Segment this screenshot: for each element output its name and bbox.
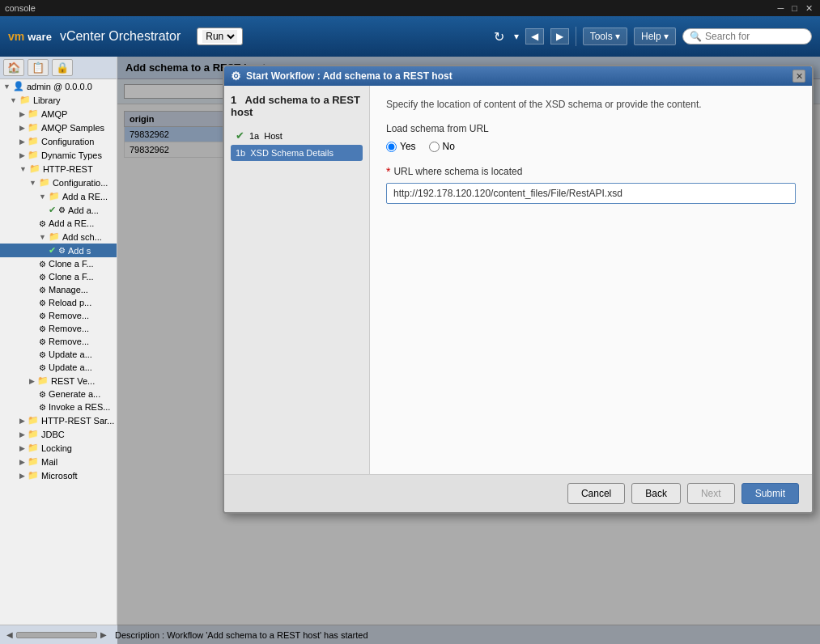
sidebar-item-mail[interactable]: ▶ 📁 Mail xyxy=(0,455,117,468)
list-icon[interactable]: 📋 xyxy=(28,59,49,76)
check-icon: ✔ xyxy=(236,129,244,142)
dialog-title-left: ⚙ Start Workflow : Add schema to a REST … xyxy=(231,70,452,83)
radio-no-input[interactable] xyxy=(429,142,440,152)
sidebar-item-amqp-samples[interactable]: ▶ 📁 AMQP Samples xyxy=(0,121,117,134)
tools-button[interactable]: Tools ▾ xyxy=(583,28,627,45)
sidebar-item-rest-ve[interactable]: ▶ 📁 REST Ve... xyxy=(0,374,117,388)
sidebar-item-generate[interactable]: ⚙ Generate a... xyxy=(0,388,117,400)
search-input[interactable] xyxy=(705,31,794,42)
item-icon: ⚙ xyxy=(58,246,66,255)
sidebar-item-update2[interactable]: ⚙ Update a... xyxy=(0,361,117,374)
sidebar-item-label: Reload p... xyxy=(49,298,91,307)
sidebar-item-label: Locking xyxy=(41,443,72,453)
nav-next-button[interactable]: ▶ xyxy=(550,28,569,44)
window-controls[interactable]: ─ □ ✕ xyxy=(775,3,815,14)
sidebar-item-jdbc[interactable]: ▶ 📁 JDBC xyxy=(0,427,117,441)
sidebar-item-remove3[interactable]: ⚙ Remove... xyxy=(0,335,117,348)
close-btn[interactable]: ✕ xyxy=(803,3,815,14)
sidebar-item-label: Configuration xyxy=(41,137,94,146)
sidebar-item-label: Dynamic Types xyxy=(41,150,102,160)
sidebar-item-label: Generate a... xyxy=(49,389,100,399)
sidebar-item-remove1[interactable]: ⚙ Remove... xyxy=(0,309,117,322)
expand-arrow: ▶ xyxy=(19,472,25,480)
item-icon: ⚙ xyxy=(39,363,46,372)
maximize-btn[interactable]: □ xyxy=(789,3,800,14)
radio-no-label: No xyxy=(443,141,455,152)
minimize-btn[interactable]: ─ xyxy=(775,3,787,14)
sidebar-item-http-rest-sar[interactable]: ▶ 📁 HTTP-REST Sar... xyxy=(0,413,117,427)
required-star: * xyxy=(386,165,390,178)
folder-icon: 📁 xyxy=(28,122,39,133)
sidebar-item-amqp[interactable]: ▶ 📁 AMQP xyxy=(0,107,117,121)
expand-arrow: ▶ xyxy=(19,151,25,159)
expand-arrow: ▶ xyxy=(19,110,25,118)
sidebar-item-add-a-check[interactable]: ✔ ⚙ Add a... xyxy=(0,203,117,217)
sidebar-item-locking[interactable]: ▶ 📁 Locking xyxy=(0,441,117,455)
step-item-1b[interactable]: 1b XSD Schema Details xyxy=(231,145,363,161)
workflow-dialog: ⚙ Start Workflow : Add schema to a REST … xyxy=(223,65,814,514)
search-box[interactable]: 🔍 xyxy=(682,28,812,44)
expand-arrow: ▼ xyxy=(29,179,36,187)
sidebar-item-invoke[interactable]: ⚙ Invoke a RES... xyxy=(0,400,117,413)
home-icon[interactable]: 🏠 xyxy=(3,59,24,76)
step-id: 1b xyxy=(236,148,245,158)
sidebar-item-manage[interactable]: ⚙ Manage... xyxy=(0,283,117,296)
step-item-1a[interactable]: ✔ 1a Host xyxy=(231,126,363,145)
folder-icon: 📁 xyxy=(49,191,60,201)
sidebar-item-clone1[interactable]: ⚙ Clone a F... xyxy=(0,257,117,270)
sidebar-item-update1[interactable]: ⚙ Update a... xyxy=(0,348,117,361)
sidebar-item-http-rest[interactable]: ▼ 📁 HTTP-REST xyxy=(0,162,117,176)
sidebar-item-label: Clone a F... xyxy=(49,259,94,269)
sidebar-item-configuration[interactable]: ▶ 📁 Configuration xyxy=(0,134,117,148)
radio-yes[interactable]: Yes xyxy=(386,141,416,152)
submit-button[interactable]: Submit xyxy=(741,483,799,504)
sidebar-item-admin[interactable]: ▼ 👤 admin @ 0.0.0.0 xyxy=(0,79,117,93)
run-dropdown[interactable]: Run xyxy=(197,28,243,45)
sidebar-item-label: Microsoft xyxy=(41,471,78,481)
sidebar-item-label: Library xyxy=(33,95,61,105)
item-icon: ⚙ xyxy=(39,273,46,282)
sidebar-item-label: Update a... xyxy=(49,350,92,359)
sidebar-item-remove2[interactable]: ⚙ Remove... xyxy=(0,322,117,335)
folder-icon: 📁 xyxy=(28,443,39,453)
sidebar-item-library[interactable]: ▼ 📁 Library xyxy=(0,93,117,107)
refresh-button[interactable]: ↻ xyxy=(491,28,508,46)
run-select[interactable]: Run xyxy=(202,30,237,43)
sidebar-item-add-re2[interactable]: ⚙ Add a RE... xyxy=(0,217,117,230)
sidebar-item-config-sub[interactable]: ▼ 📁 Configuratio... xyxy=(0,176,117,189)
sidebar-item-add-sch[interactable]: ▼ 📁 Add sch... xyxy=(0,230,117,244)
lock-icon[interactable]: 🔒 xyxy=(52,59,73,76)
scroll-right-btn[interactable]: ▶ xyxy=(100,630,107,639)
sidebar-item-add-s[interactable]: ✔ ⚙ Add s xyxy=(0,244,117,257)
scrollbar-track[interactable] xyxy=(16,632,97,638)
sidebar-item-dynamic-types[interactable]: ▶ 📁 Dynamic Types xyxy=(0,148,117,162)
dropdown-arrow[interactable]: ▾ xyxy=(514,31,519,42)
radio-yes-input[interactable] xyxy=(386,142,397,152)
url-input[interactable] xyxy=(386,183,796,204)
next-button[interactable]: Next xyxy=(687,483,735,504)
scroll-left-btn[interactable]: ◀ xyxy=(6,630,13,639)
sidebar-item-clone2[interactable]: ⚙ Clone a F... xyxy=(0,270,117,283)
help-button[interactable]: Help ▾ xyxy=(634,28,676,45)
dialog-close-button[interactable]: ✕ xyxy=(792,70,805,83)
sidebar-item-add-re1[interactable]: ▼ 📁 Add a RE... xyxy=(0,189,117,203)
header-actions: ↻ ▾ ◀ ▶ Tools ▾ Help ▾ 🔍 xyxy=(491,27,812,46)
sidebar-item-label: Add s xyxy=(68,246,91,256)
sidebar-item-reload[interactable]: ⚙ Reload p... xyxy=(0,296,117,309)
dialog-description: Specify the location of content of the X… xyxy=(386,99,796,110)
radio-yes-label: Yes xyxy=(400,141,416,152)
check-icon: ✔ xyxy=(49,205,56,215)
cancel-button[interactable]: Cancel xyxy=(567,483,625,504)
sidebar-item-microsoft[interactable]: ▶ 📁 Microsoft xyxy=(0,468,117,482)
item-icon: ⚙ xyxy=(39,337,46,346)
step-header: 1 Add schema to a REST host xyxy=(231,94,363,118)
nav-prev-button[interactable]: ◀ xyxy=(525,28,544,44)
back-button[interactable]: Back xyxy=(631,483,681,504)
radio-no[interactable]: No xyxy=(429,141,455,152)
dialog-icon: ⚙ xyxy=(231,70,241,83)
sidebar-item-label: Remove... xyxy=(49,324,89,333)
sidebar-item-label: Clone a F... xyxy=(49,272,94,282)
sidebar-item-label: JDBC xyxy=(41,430,65,439)
item-icon: ⚙ xyxy=(39,286,46,294)
sidebar-item-label: Update a... xyxy=(49,362,92,372)
